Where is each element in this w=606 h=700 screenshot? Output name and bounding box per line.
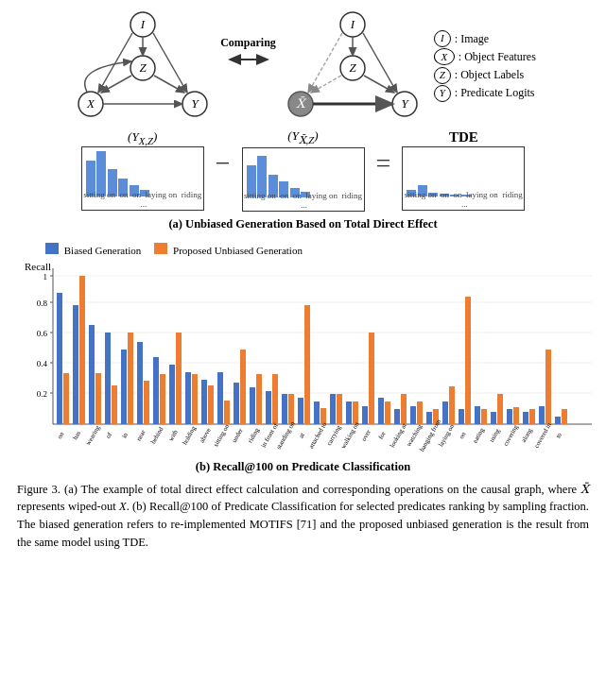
- chart-wrap-tde: TDE sitting on on on laying on riding ..…: [402, 129, 525, 211]
- legend-desc-Z: : Object Labels: [455, 66, 524, 84]
- mini-chart-a-label: sitting on on on laying on riding ...: [82, 190, 203, 209]
- equals-sign: =: [376, 148, 391, 179]
- bar-proposed-25: [449, 386, 455, 424]
- bar-proposed-21: [385, 401, 390, 424]
- legend-desc-Y: : Predicate Logits: [455, 84, 535, 102]
- ytick-1: 1: [43, 272, 48, 282]
- xlabel-16: at: [298, 431, 306, 438]
- svg-text:Z: Z: [140, 60, 147, 75]
- caption-b: (b) Recall@100 on Predicate Classificati…: [17, 460, 589, 474]
- bar-proposed-9: [192, 374, 198, 424]
- comparing-arrows: [225, 50, 272, 69]
- xlabel-20: over: [360, 428, 372, 442]
- xlabel-31: covered in: [532, 420, 553, 449]
- bar-proposed-26: [465, 297, 471, 424]
- bar-proposed-18: [337, 394, 342, 424]
- bar-biased-10: [201, 380, 207, 424]
- comparing-label: Comparing: [220, 36, 276, 50]
- bar-biased-8: [169, 365, 175, 424]
- bar-biased-30: [523, 412, 528, 424]
- bar-biased-19: [346, 401, 352, 424]
- bar-biased-26: [459, 409, 464, 424]
- xlabel-28: using: [488, 427, 502, 444]
- xlabel-3: wearing: [84, 423, 101, 446]
- svg-line-26: [311, 76, 341, 93]
- bar-biased-27: [475, 406, 480, 424]
- bar-biased-12: [234, 383, 239, 424]
- bar-biased-2: [73, 305, 78, 424]
- tde-label: TDE: [449, 129, 478, 145]
- legend-item-I: I : Image: [434, 30, 536, 48]
- xlabel-26: on: [458, 430, 468, 439]
- legend-desc-X: : Object Features: [459, 48, 536, 66]
- chart-a-label: (YX,Z): [128, 129, 157, 146]
- bar-biased-15: [282, 394, 287, 424]
- bar-proposed-4: [112, 385, 117, 424]
- caption-a: (a) Unbiased Generation Based on Total D…: [168, 217, 437, 231]
- diagram-row: I Z X Y: [17, 9, 589, 123]
- bar-biased-13: [250, 387, 255, 424]
- bar-proposed-11: [224, 401, 230, 424]
- recall-section: Biased Generation Proposed Unbiased Gene…: [17, 243, 589, 474]
- bar-biased-20: [362, 406, 368, 424]
- left-causal-graph: I Z X Y: [70, 9, 216, 123]
- bar-proposed-31: [545, 350, 551, 424]
- xlabel-8: with: [167, 428, 180, 442]
- legend-circle-Z: Z: [434, 67, 451, 84]
- svg-text:I: I: [350, 17, 355, 31]
- chart-wrap-b: (YX̄,Z) sitting on on on laying on ridin…: [242, 128, 365, 212]
- bar-proposed-23: [417, 401, 423, 424]
- biased-label: Biased Generation: [64, 245, 142, 256]
- legend-item-Z: Z : Object Labels: [434, 66, 536, 84]
- bar-biased-24: [426, 412, 432, 424]
- xlabel-13: riding: [247, 426, 262, 444]
- bar-biased-5: [121, 350, 127, 424]
- xlabel-21: for: [377, 429, 388, 440]
- mini-chart-tde-label: sitting on on on laying on riding ...: [403, 190, 524, 209]
- bar-biased-28: [491, 412, 496, 424]
- bar-proposed-32: [562, 409, 567, 424]
- xlabel-32: to: [554, 431, 563, 439]
- mini-chart-b-label: sitting on on on laying on riding ...: [243, 191, 364, 210]
- xlabel-4: of: [104, 430, 113, 439]
- recall-chart-svg: Recall 1 0.8 0.6 0.4 0.2 /* ba: [17, 259, 594, 457]
- legend-circle-X: X: [434, 48, 455, 65]
- xlabel-9: holding: [181, 424, 198, 446]
- bar-proposed-27: [481, 409, 487, 424]
- mini-chart-a: sitting on on on laying on riding ...: [81, 146, 204, 211]
- comparing-section: Comparing: [220, 36, 276, 69]
- xlabel-17: attached to: [307, 420, 328, 450]
- mini-chart-tde: sitting on on on laying on riding ...: [402, 146, 525, 211]
- legend-item-Y: Y : Predicate Logits: [434, 84, 536, 102]
- bar-biased-31: [539, 406, 545, 424]
- bar-proposed-12: [240, 350, 246, 424]
- svg-line-12: [154, 76, 184, 93]
- legend: I : Image X : Object Features Z : Object…: [434, 30, 536, 103]
- svg-line-25: [363, 33, 397, 93]
- svg-line-11: [101, 76, 131, 93]
- bar-biased-29: [507, 409, 512, 424]
- xlabel-11: sitting on: [212, 422, 231, 448]
- recall-legend: Biased Generation Proposed Unbiased Gene…: [45, 243, 589, 256]
- bar-biased-23: [410, 406, 416, 424]
- bar-proposed-3: [95, 373, 101, 424]
- xlabel-12: under: [231, 426, 245, 443]
- bar-proposed-7: [160, 374, 165, 424]
- legend-circle-Y: Y: [434, 85, 451, 102]
- bar-biased-4: [105, 333, 111, 424]
- bar-proposed-14: [272, 374, 278, 424]
- bar-proposed-5: [128, 333, 133, 424]
- bar-biased-18: [330, 394, 336, 424]
- figure-text-content: Figure 3. (a) The example of total direc…: [17, 483, 589, 549]
- bar-biased-11: [217, 372, 223, 424]
- bar-proposed-29: [513, 407, 519, 424]
- legend-desc-I: : Image: [455, 30, 489, 48]
- xlabel-1: on: [56, 430, 66, 439]
- bar-proposed-8: [176, 333, 182, 424]
- svg-text:X: X: [86, 96, 95, 111]
- charts-row: (YX,Z) sitting on on on laying on riding…: [17, 128, 589, 212]
- bar-biased-25: [442, 401, 448, 424]
- ytick-04: 0.4: [37, 359, 48, 368]
- svg-line-10: [153, 33, 187, 93]
- page: I Z X Y: [0, 0, 606, 561]
